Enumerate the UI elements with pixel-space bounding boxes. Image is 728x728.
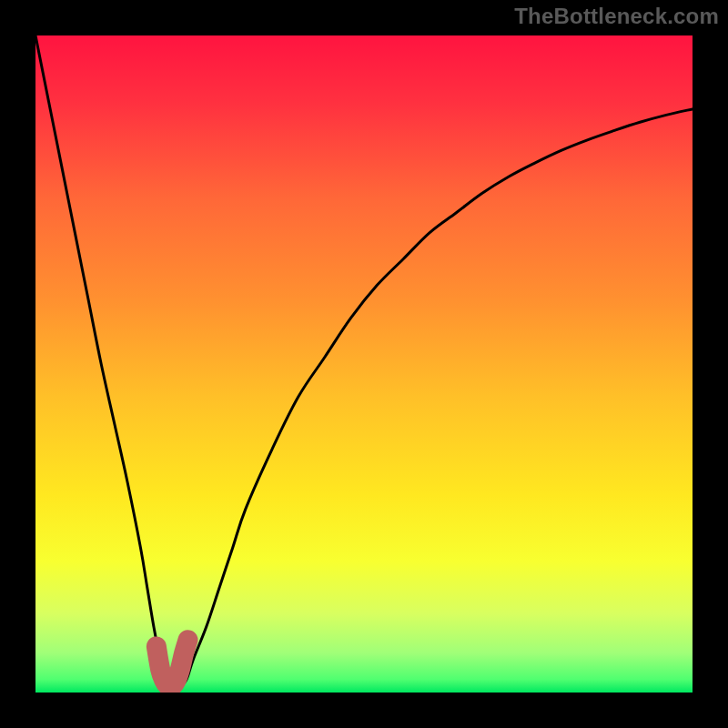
- chart-stage: TheBottleneck.com: [0, 0, 728, 728]
- curve-layer: [35, 35, 693, 693]
- plot-area: [35, 35, 693, 693]
- attribution-watermark: TheBottleneck.com: [514, 4, 719, 29]
- main-curve: [35, 35, 693, 687]
- valley-highlight: [157, 640, 188, 686]
